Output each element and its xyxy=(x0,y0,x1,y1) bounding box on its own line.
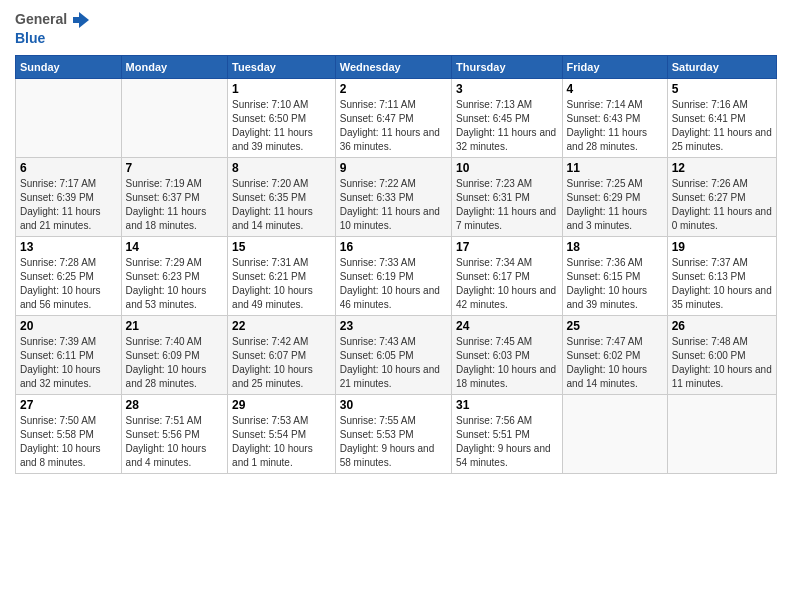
day-number: 22 xyxy=(232,319,331,333)
calendar-cell: 5Sunrise: 7:16 AM Sunset: 6:41 PM Daylig… xyxy=(667,78,776,157)
day-number: 7 xyxy=(126,161,224,175)
calendar-cell: 15Sunrise: 7:31 AM Sunset: 6:21 PM Dayli… xyxy=(228,236,336,315)
day-info: Sunrise: 7:34 AM Sunset: 6:17 PM Dayligh… xyxy=(456,256,558,312)
day-info: Sunrise: 7:11 AM Sunset: 6:47 PM Dayligh… xyxy=(340,98,447,154)
day-number: 16 xyxy=(340,240,447,254)
calendar-cell: 1Sunrise: 7:10 AM Sunset: 6:50 PM Daylig… xyxy=(228,78,336,157)
calendar-cell: 10Sunrise: 7:23 AM Sunset: 6:31 PM Dayli… xyxy=(452,157,563,236)
day-number: 26 xyxy=(672,319,772,333)
calendar-cell: 22Sunrise: 7:42 AM Sunset: 6:07 PM Dayli… xyxy=(228,315,336,394)
day-number: 5 xyxy=(672,82,772,96)
calendar-cell xyxy=(667,394,776,473)
day-info: Sunrise: 7:10 AM Sunset: 6:50 PM Dayligh… xyxy=(232,98,331,154)
day-number: 19 xyxy=(672,240,772,254)
day-number: 17 xyxy=(456,240,558,254)
day-number: 23 xyxy=(340,319,447,333)
day-info: Sunrise: 7:50 AM Sunset: 5:58 PM Dayligh… xyxy=(20,414,117,470)
day-info: Sunrise: 7:43 AM Sunset: 6:05 PM Dayligh… xyxy=(340,335,447,391)
day-info: Sunrise: 7:33 AM Sunset: 6:19 PM Dayligh… xyxy=(340,256,447,312)
day-info: Sunrise: 7:36 AM Sunset: 6:15 PM Dayligh… xyxy=(567,256,663,312)
day-info: Sunrise: 7:26 AM Sunset: 6:27 PM Dayligh… xyxy=(672,177,772,233)
day-info: Sunrise: 7:48 AM Sunset: 6:00 PM Dayligh… xyxy=(672,335,772,391)
day-number: 27 xyxy=(20,398,117,412)
day-number: 6 xyxy=(20,161,117,175)
calendar-cell: 31Sunrise: 7:56 AM Sunset: 5:51 PM Dayli… xyxy=(452,394,563,473)
calendar-cell: 20Sunrise: 7:39 AM Sunset: 6:11 PM Dayli… xyxy=(16,315,122,394)
day-info: Sunrise: 7:20 AM Sunset: 6:35 PM Dayligh… xyxy=(232,177,331,233)
day-info: Sunrise: 7:39 AM Sunset: 6:11 PM Dayligh… xyxy=(20,335,117,391)
day-number: 18 xyxy=(567,240,663,254)
logo-blue: Blue xyxy=(15,30,45,46)
calendar-cell: 16Sunrise: 7:33 AM Sunset: 6:19 PM Dayli… xyxy=(335,236,451,315)
day-number: 13 xyxy=(20,240,117,254)
calendar-cell: 27Sunrise: 7:50 AM Sunset: 5:58 PM Dayli… xyxy=(16,394,122,473)
calendar-cell: 12Sunrise: 7:26 AM Sunset: 6:27 PM Dayli… xyxy=(667,157,776,236)
day-number: 15 xyxy=(232,240,331,254)
day-info: Sunrise: 7:23 AM Sunset: 6:31 PM Dayligh… xyxy=(456,177,558,233)
calendar-week-row: 27Sunrise: 7:50 AM Sunset: 5:58 PM Dayli… xyxy=(16,394,777,473)
calendar-week-row: 1Sunrise: 7:10 AM Sunset: 6:50 PM Daylig… xyxy=(16,78,777,157)
day-number: 31 xyxy=(456,398,558,412)
day-info: Sunrise: 7:17 AM Sunset: 6:39 PM Dayligh… xyxy=(20,177,117,233)
day-number: 4 xyxy=(567,82,663,96)
calendar-cell: 17Sunrise: 7:34 AM Sunset: 6:17 PM Dayli… xyxy=(452,236,563,315)
calendar-cell: 30Sunrise: 7:55 AM Sunset: 5:53 PM Dayli… xyxy=(335,394,451,473)
day-info: Sunrise: 7:51 AM Sunset: 5:56 PM Dayligh… xyxy=(126,414,224,470)
weekday-header: Thursday xyxy=(452,55,563,78)
calendar-week-row: 13Sunrise: 7:28 AM Sunset: 6:25 PM Dayli… xyxy=(16,236,777,315)
day-info: Sunrise: 7:37 AM Sunset: 6:13 PM Dayligh… xyxy=(672,256,772,312)
svg-marker-0 xyxy=(73,12,89,28)
calendar-week-row: 20Sunrise: 7:39 AM Sunset: 6:11 PM Dayli… xyxy=(16,315,777,394)
calendar-cell: 21Sunrise: 7:40 AM Sunset: 6:09 PM Dayli… xyxy=(121,315,228,394)
calendar-cell xyxy=(562,394,667,473)
day-number: 12 xyxy=(672,161,772,175)
logo-text: General Blue xyxy=(15,10,91,47)
weekday-header: Friday xyxy=(562,55,667,78)
day-number: 11 xyxy=(567,161,663,175)
day-info: Sunrise: 7:13 AM Sunset: 6:45 PM Dayligh… xyxy=(456,98,558,154)
day-number: 10 xyxy=(456,161,558,175)
day-number: 29 xyxy=(232,398,331,412)
calendar-cell: 23Sunrise: 7:43 AM Sunset: 6:05 PM Dayli… xyxy=(335,315,451,394)
day-info: Sunrise: 7:22 AM Sunset: 6:33 PM Dayligh… xyxy=(340,177,447,233)
page-header: General Blue xyxy=(15,10,777,47)
calendar-table: SundayMondayTuesdayWednesdayThursdayFrid… xyxy=(15,55,777,474)
calendar-cell: 11Sunrise: 7:25 AM Sunset: 6:29 PM Dayli… xyxy=(562,157,667,236)
day-number: 30 xyxy=(340,398,447,412)
calendar-cell: 14Sunrise: 7:29 AM Sunset: 6:23 PM Dayli… xyxy=(121,236,228,315)
day-info: Sunrise: 7:31 AM Sunset: 6:21 PM Dayligh… xyxy=(232,256,331,312)
day-info: Sunrise: 7:45 AM Sunset: 6:03 PM Dayligh… xyxy=(456,335,558,391)
day-number: 8 xyxy=(232,161,331,175)
calendar-cell: 26Sunrise: 7:48 AM Sunset: 6:00 PM Dayli… xyxy=(667,315,776,394)
calendar-cell: 25Sunrise: 7:47 AM Sunset: 6:02 PM Dayli… xyxy=(562,315,667,394)
weekday-header: Saturday xyxy=(667,55,776,78)
calendar-cell: 19Sunrise: 7:37 AM Sunset: 6:13 PM Dayli… xyxy=(667,236,776,315)
day-number: 1 xyxy=(232,82,331,96)
day-info: Sunrise: 7:16 AM Sunset: 6:41 PM Dayligh… xyxy=(672,98,772,154)
day-number: 14 xyxy=(126,240,224,254)
weekday-header-row: SundayMondayTuesdayWednesdayThursdayFrid… xyxy=(16,55,777,78)
weekday-header: Wednesday xyxy=(335,55,451,78)
weekday-header: Monday xyxy=(121,55,228,78)
day-info: Sunrise: 7:42 AM Sunset: 6:07 PM Dayligh… xyxy=(232,335,331,391)
day-info: Sunrise: 7:14 AM Sunset: 6:43 PM Dayligh… xyxy=(567,98,663,154)
calendar-cell: 2Sunrise: 7:11 AM Sunset: 6:47 PM Daylig… xyxy=(335,78,451,157)
calendar-cell: 29Sunrise: 7:53 AM Sunset: 5:54 PM Dayli… xyxy=(228,394,336,473)
day-number: 3 xyxy=(456,82,558,96)
day-number: 25 xyxy=(567,319,663,333)
day-number: 2 xyxy=(340,82,447,96)
page-container: General Blue SundayMondayTuesdayWednesda… xyxy=(0,0,792,484)
day-number: 9 xyxy=(340,161,447,175)
calendar-cell xyxy=(121,78,228,157)
weekday-header: Tuesday xyxy=(228,55,336,78)
logo: General Blue xyxy=(15,10,91,47)
calendar-cell: 18Sunrise: 7:36 AM Sunset: 6:15 PM Dayli… xyxy=(562,236,667,315)
day-info: Sunrise: 7:55 AM Sunset: 5:53 PM Dayligh… xyxy=(340,414,447,470)
calendar-cell: 13Sunrise: 7:28 AM Sunset: 6:25 PM Dayli… xyxy=(16,236,122,315)
day-number: 21 xyxy=(126,319,224,333)
day-info: Sunrise: 7:25 AM Sunset: 6:29 PM Dayligh… xyxy=(567,177,663,233)
day-info: Sunrise: 7:28 AM Sunset: 6:25 PM Dayligh… xyxy=(20,256,117,312)
logo-arrow-icon xyxy=(71,10,91,30)
calendar-cell xyxy=(16,78,122,157)
day-number: 24 xyxy=(456,319,558,333)
